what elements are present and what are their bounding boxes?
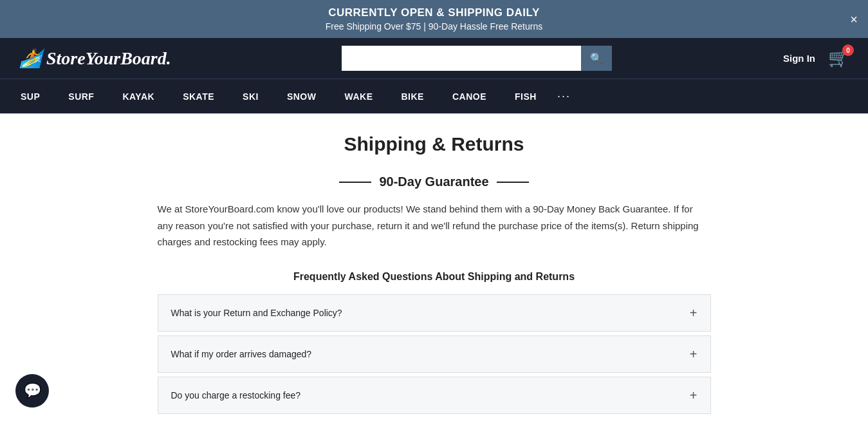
search-button[interactable]: 🔍 (581, 46, 612, 71)
search-wrapper: 🔍 (342, 46, 612, 71)
faq-item-1[interactable]: What if my order arrives damaged? + (158, 335, 711, 373)
nav-item-bike[interactable]: BIKE (387, 81, 438, 112)
faq-question-0: What is your Return and Exchange Policy? (171, 308, 342, 318)
nav-item-canoe[interactable]: CANOE (438, 81, 501, 112)
nav-item-ski[interactable]: SKI (228, 81, 273, 112)
faq-expand-2: + (690, 389, 697, 402)
faq-title: Frequently Asked Questions About Shippin… (158, 271, 711, 283)
sign-in-button[interactable]: Sign In (783, 53, 815, 64)
guarantee-title: 90-Day Guarantee (158, 174, 711, 189)
search-icon: 🔍 (590, 53, 603, 64)
faq-question-2: Do you charge a restocking fee? (171, 390, 301, 400)
nav-item-wake[interactable]: WAKE (330, 81, 387, 112)
nav-item-fish[interactable]: FISH (501, 81, 551, 112)
banner-close-button[interactable]: × (850, 13, 858, 26)
search-area: 🔍 (184, 46, 770, 71)
banner-subtitle: Free Shipping Over $75 | 90-Day Hassle F… (26, 21, 842, 32)
chat-bubble-button[interactable]: 💬 (15, 374, 49, 408)
logo[interactable]: 🏄 StoreYourBoard. (19, 48, 171, 69)
nav-item-skate[interactable]: SKATE (169, 81, 228, 112)
header-right: Sign In 🛒 0 (783, 48, 849, 68)
logo-icon: 🏄 (19, 48, 42, 68)
cart-badge: 0 (842, 44, 854, 56)
nav-item-surf[interactable]: SURF (54, 81, 108, 112)
faq-item-2[interactable]: Do you charge a restocking fee? + (158, 377, 711, 414)
chat-icon: 💬 (24, 382, 41, 399)
guarantee-text: We at StoreYourBoard.com know you'll lov… (158, 201, 711, 250)
main-content: Shipping & Returns 90-Day Guarantee We a… (145, 114, 724, 423)
cart-button[interactable]: 🛒 0 (828, 48, 849, 68)
faq-question-1: What if my order arrives damaged? (171, 349, 312, 359)
faq-item-0[interactable]: What is your Return and Exchange Policy?… (158, 294, 711, 332)
nav-more-button[interactable]: ··· (551, 79, 577, 113)
announcement-banner: CURRENTLY OPEN & SHIPPING DAILY Free Shi… (0, 0, 868, 38)
search-input[interactable] (342, 46, 581, 71)
page-title: Shipping & Returns (158, 133, 711, 155)
banner-title: CURRENTLY OPEN & SHIPPING DAILY (26, 6, 842, 19)
nav-item-sup[interactable]: SUP (6, 81, 54, 112)
nav-item-snow[interactable]: SNOW (273, 81, 331, 112)
faq-expand-1: + (690, 348, 697, 361)
main-nav: SUP SURF KAYAK SKATE SKI SNOW WAKE BIKE … (0, 79, 868, 113)
logo-text: 🏄 StoreYourBoard. (19, 48, 171, 68)
nav-item-kayak[interactable]: KAYAK (108, 81, 169, 112)
header: 🏄 StoreYourBoard. 🔍 Sign In 🛒 0 (0, 38, 868, 79)
faq-expand-0: + (690, 306, 697, 319)
